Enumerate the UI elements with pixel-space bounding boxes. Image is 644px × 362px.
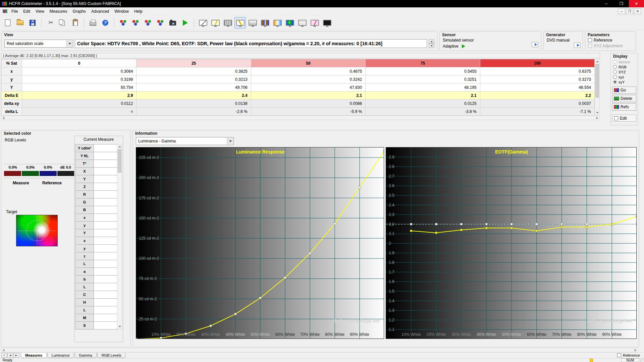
copy-button[interactable] (57, 17, 68, 28)
sat-cell[interactable]: 0.3198 (22, 75, 137, 83)
tab-gamma[interactable]: Gamma (75, 353, 97, 358)
measure-full-button[interactable] (155, 17, 166, 28)
graph-selector-dropdown[interactable]: Luminance - Gamma (136, 137, 234, 145)
sat-cell[interactable]: -3.8 % (366, 108, 480, 116)
sat-cell[interactable]: 47.830 (251, 83, 366, 92)
menu-graphs[interactable]: Graphs (70, 8, 89, 15)
luminance-response-chart[interactable]: 25 cd m-250 cd m-275 cd m-2100 cd m-2125… (136, 147, 384, 339)
mdi-minimize-button[interactable] (618, 8, 625, 14)
paste-button[interactable] (69, 17, 81, 28)
open-document-button[interactable] (14, 17, 26, 28)
edit-toggle[interactable]: Edit (612, 115, 636, 122)
sat-cell[interactable]: 2.4 (137, 92, 251, 100)
reference-checkbox[interactable] (617, 353, 621, 357)
display-mode-rgb[interactable]: RGB (611, 64, 638, 69)
close-button[interactable] (629, 0, 644, 7)
table-horizontal-scrollbar[interactable] (1, 116, 600, 120)
eotf-gamma-chart[interactable]: 2.92.82.72.62.52.42.32.22.121.91.81.71.6… (386, 147, 637, 339)
help-button[interactable] (100, 17, 111, 28)
chevron-down-icon[interactable] (227, 138, 233, 144)
sat-cell[interactable]: = (22, 108, 137, 116)
spin-down-icon[interactable] (429, 44, 434, 48)
sat-cell[interactable]: 0.3273 (480, 75, 595, 83)
scale-preset-dropdown[interactable]: Red saturation scale (4, 40, 73, 48)
save-button[interactable] (27, 17, 38, 28)
menu-file[interactable]: File (9, 8, 20, 15)
capture-button[interactable] (167, 17, 178, 28)
radio-icon[interactable] (613, 70, 617, 74)
colorspace-info-field[interactable]: Color Space: HDTV Rec709 , White Point: … (75, 39, 427, 48)
sat-cell[interactable]: 0.6375 (480, 67, 595, 75)
measure-primaries-button[interactable] (130, 17, 141, 28)
menu-window[interactable]: Window (112, 8, 131, 15)
radio-icon[interactable] (613, 80, 617, 84)
restore-button[interactable] (614, 0, 629, 7)
resize-grip[interactable] (640, 358, 644, 362)
menu-measures[interactable]: Measures (47, 8, 70, 15)
sat-cell[interactable]: 0.5455 (366, 67, 480, 75)
display-mode-xyz[interactable]: XYZ (611, 69, 638, 74)
sat-cell[interactable]: 0.4675 (251, 67, 366, 75)
tab-rgb-levels[interactable]: RGB Levels (97, 353, 126, 358)
sat-cell[interactable]: 0.3242 (251, 75, 366, 83)
menu-advanced[interactable]: Advanced (89, 8, 112, 15)
tab-close-button[interactable] (1, 353, 7, 358)
sat-cell[interactable]: 50.754 (22, 83, 137, 92)
spin-up-icon[interactable] (429, 39, 434, 44)
sat-cell[interactable]: 0.0125 (366, 100, 480, 108)
menu-help[interactable]: Help (131, 8, 145, 15)
sat-cell[interactable]: 0.0138 (137, 100, 251, 108)
sat-cell[interactable]: -2.6 % (137, 108, 251, 116)
radio-icon[interactable] (613, 65, 617, 69)
sat-cell[interactable]: 0.3064 (22, 67, 137, 75)
edit-checkbox[interactable] (614, 116, 618, 120)
view-satshift-button[interactable] (309, 17, 320, 28)
tab-measures[interactable]: Measures (21, 353, 47, 358)
sat-cell[interactable]: 0.0112 (22, 100, 137, 108)
sat-cell[interactable]: 0.3251 (366, 75, 480, 83)
tab-scroll-left-button[interactable] (7, 353, 13, 358)
delete-button[interactable]: Delete (612, 95, 636, 102)
sensor-config-button[interactable] (532, 42, 538, 47)
current-measure-scrollbar[interactable] (117, 144, 122, 329)
menu-edit[interactable]: Edit (20, 8, 33, 15)
view-cie-chart-button[interactable] (284, 17, 296, 28)
view-rgb-levels-button[interactable] (259, 17, 271, 28)
param-reference[interactable]: Reference (588, 37, 623, 43)
view-luminance-button[interactable] (197, 17, 209, 28)
tab-luminance[interactable]: Luminance (47, 353, 74, 358)
sat-cell[interactable]: 2.9 (22, 92, 137, 100)
view-nearwhite-button[interactable] (247, 17, 258, 28)
sat-cell[interactable]: 0.0086 (251, 100, 366, 108)
view-free-measures-button[interactable] (321, 17, 333, 28)
sat-cell[interactable]: 48.195 (366, 83, 480, 92)
generator-config-button[interactable] (574, 43, 581, 48)
sat-cell[interactable]: 49.706 (137, 83, 251, 92)
display-mode-xyz[interactable]: xyz (611, 74, 638, 79)
view-measures-grid-button[interactable] (297, 17, 308, 28)
view-luminance-gamma-button[interactable] (234, 17, 246, 28)
main-horizontal-scrollbar[interactable] (1, 348, 638, 352)
sat-cell[interactable]: 2.2 (480, 92, 595, 100)
sat-cell[interactable]: 2.1 (251, 92, 366, 100)
menu-view[interactable]: View (33, 8, 47, 15)
go-button[interactable]: Go (612, 86, 636, 94)
run-measures-button[interactable] (179, 17, 191, 28)
new-document-button[interactable] (2, 17, 13, 28)
reference-toggle[interactable]: Reference (617, 353, 644, 357)
table-vertical-scrollbar[interactable] (595, 59, 600, 115)
reference-checkbox[interactable] (588, 38, 592, 42)
sat-cell[interactable]: 2.1 (366, 92, 480, 100)
measure-grayscale-button[interactable] (117, 17, 129, 28)
chevron-down-icon[interactable] (66, 40, 72, 47)
cut-button[interactable] (45, 17, 56, 28)
radio-icon[interactable] (613, 75, 617, 79)
tab-scroll-right-button[interactable] (13, 353, 19, 358)
mdi-restore-button[interactable] (626, 8, 633, 14)
sat-cell[interactable]: 46.554 (480, 83, 595, 92)
mdi-close-button[interactable] (634, 8, 641, 14)
view-gamma-button[interactable] (210, 17, 221, 28)
view-nearblack-button[interactable] (222, 17, 233, 28)
sat-cell[interactable]: 0.3213 (137, 75, 251, 83)
sat-cell[interactable]: -7.1 % (480, 108, 595, 116)
